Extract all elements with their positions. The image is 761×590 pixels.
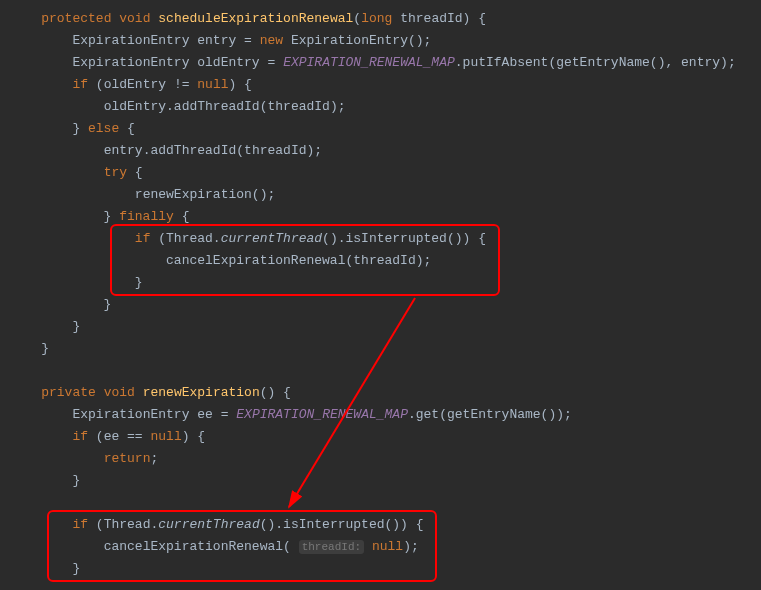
type-name: ExpirationEntry bbox=[72, 33, 189, 48]
keyword-new: new bbox=[260, 33, 283, 48]
var-name: ee bbox=[104, 429, 120, 444]
type-name: Thread bbox=[104, 517, 151, 532]
type-name: ExpirationEntry bbox=[72, 55, 189, 70]
param-hint: threadId: bbox=[299, 540, 364, 554]
static-field: EXPIRATION_RENEWAL_MAP bbox=[236, 407, 408, 422]
static-method: currentThread bbox=[221, 231, 322, 246]
method-name: renewExpiration bbox=[143, 385, 260, 400]
var-name: oldEntry bbox=[104, 99, 166, 114]
op: != bbox=[174, 77, 190, 92]
method-call: getEntryName bbox=[447, 407, 541, 422]
method-call: isInterrupted bbox=[283, 517, 384, 532]
keyword-null: null bbox=[197, 77, 228, 92]
type-name: ExpirationEntry bbox=[291, 33, 408, 48]
op: = bbox=[244, 33, 252, 48]
code-block: protected void scheduleExpirationRenewal… bbox=[10, 8, 761, 580]
method-call: isInterrupted bbox=[346, 231, 447, 246]
keyword-if: if bbox=[72, 77, 88, 92]
var-name: oldEntry bbox=[197, 55, 259, 70]
method-call: getEntryName bbox=[556, 55, 650, 70]
method-call: cancelExpirationRenewal bbox=[166, 253, 345, 268]
keyword-try: try bbox=[104, 165, 127, 180]
op: = bbox=[268, 55, 276, 70]
keyword-if: if bbox=[72, 517, 88, 532]
method-call: get bbox=[416, 407, 439, 422]
static-method: currentThread bbox=[158, 517, 259, 532]
arg: threadId bbox=[268, 99, 330, 114]
arg: threadId bbox=[353, 253, 415, 268]
method-call: addThreadId bbox=[174, 99, 260, 114]
keyword-protected: protected bbox=[41, 11, 111, 26]
keyword-null: null bbox=[150, 429, 181, 444]
method-name: scheduleExpirationRenewal bbox=[158, 11, 353, 26]
type-name: ExpirationEntry bbox=[72, 407, 189, 422]
arg: threadId bbox=[244, 143, 306, 158]
param-name: threadId bbox=[400, 11, 462, 26]
keyword-void: void bbox=[104, 385, 135, 400]
var-name: ee bbox=[197, 407, 213, 422]
keyword-long: long bbox=[361, 11, 392, 26]
type-name: Thread bbox=[166, 231, 213, 246]
keyword-else: else bbox=[88, 121, 119, 136]
keyword-finally: finally bbox=[119, 209, 174, 224]
method-call: cancelExpirationRenewal bbox=[104, 539, 283, 554]
var-name: entry bbox=[104, 143, 143, 158]
var-name: oldEntry bbox=[104, 77, 166, 92]
method-call: putIfAbsent bbox=[463, 55, 549, 70]
keyword-return: return bbox=[104, 451, 151, 466]
method-call: addThreadId bbox=[150, 143, 236, 158]
keyword-null: null bbox=[372, 539, 403, 554]
static-field: EXPIRATION_RENEWAL_MAP bbox=[283, 55, 455, 70]
method-call: renewExpiration bbox=[135, 187, 252, 202]
keyword-void: void bbox=[119, 11, 150, 26]
op: = bbox=[221, 407, 229, 422]
keyword-if: if bbox=[72, 429, 88, 444]
keyword-if: if bbox=[135, 231, 151, 246]
keyword-private: private bbox=[41, 385, 96, 400]
var-name: entry bbox=[197, 33, 236, 48]
op: == bbox=[127, 429, 143, 444]
arg: entry bbox=[681, 55, 720, 70]
